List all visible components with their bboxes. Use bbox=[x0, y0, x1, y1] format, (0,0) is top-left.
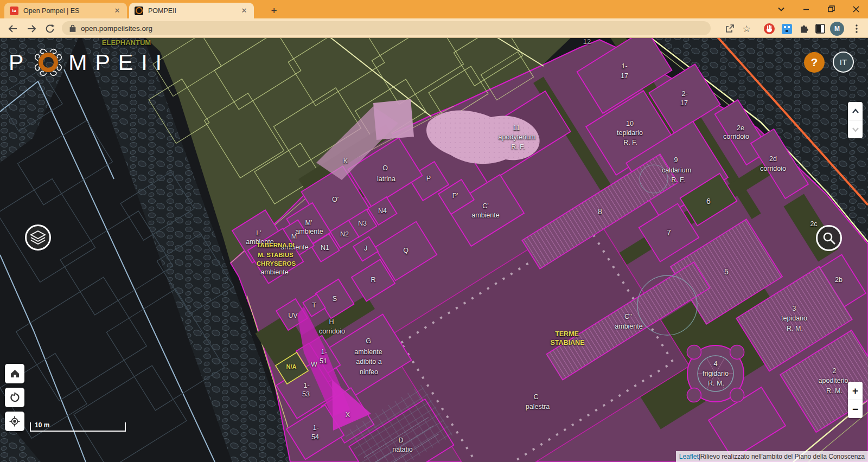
map-shape bbox=[730, 345, 744, 359]
search-button[interactable] bbox=[816, 225, 842, 251]
profile-avatar[interactable]: M bbox=[830, 22, 844, 36]
zoom-out-button[interactable]: − bbox=[848, 400, 863, 418]
layers-icon bbox=[30, 230, 46, 245]
attribution: Leaflet | Rilievo realizzato nell'ambito… bbox=[676, 451, 868, 462]
tab2-title: POMPEII bbox=[148, 7, 240, 15]
search-icon bbox=[822, 231, 836, 245]
floor-stepper bbox=[848, 102, 863, 138]
tab1-title: Open Pompei | ES bbox=[23, 7, 113, 15]
tab-search-icon[interactable] bbox=[769, 0, 793, 18]
browser-toolbar: open.pompeiisites.org ☆ M bbox=[0, 18, 868, 38]
tab-strip: tu Open Pompei | ES ✕ POMPEII ✕ + bbox=[0, 0, 868, 18]
lock-icon bbox=[69, 24, 76, 32]
map-canvas[interactable] bbox=[0, 0, 868, 462]
reload-button[interactable] bbox=[42, 21, 58, 36]
help-button[interactable]: ? bbox=[804, 52, 825, 73]
tab2-close-icon[interactable]: ✕ bbox=[240, 7, 248, 15]
locate-icon bbox=[9, 416, 20, 427]
reset-view-button[interactable] bbox=[5, 388, 24, 407]
chevron-up-icon bbox=[851, 108, 860, 114]
forward-button[interactable] bbox=[24, 21, 39, 36]
attribution-text: Rilievo realizzato nell'ambito del Piano… bbox=[700, 453, 865, 460]
map-shape bbox=[730, 388, 744, 402]
blue-extension-icon[interactable] bbox=[780, 22, 794, 36]
address-bar[interactable]: open.pompeiisites.org bbox=[62, 21, 711, 35]
language-label: IT bbox=[840, 57, 847, 67]
leaflet-link[interactable]: Leaflet bbox=[679, 453, 699, 460]
floor-up-button[interactable] bbox=[848, 102, 863, 120]
back-button[interactable] bbox=[5, 21, 21, 36]
restore-button[interactable] bbox=[819, 0, 843, 18]
map-shape bbox=[687, 345, 701, 359]
floor-down-button[interactable] bbox=[848, 120, 863, 138]
tab1-close-icon[interactable]: ✕ bbox=[113, 7, 122, 15]
new-tab-button[interactable]: + bbox=[267, 4, 281, 18]
map-shape bbox=[687, 388, 701, 402]
locate-button[interactable] bbox=[5, 412, 24, 431]
undo-icon bbox=[9, 392, 20, 403]
chevron-down-icon bbox=[851, 126, 860, 133]
close-window-button[interactable] bbox=[844, 0, 868, 18]
tab1-favicon-icon: tu bbox=[10, 7, 18, 15]
browser-window: { "browser": { "tabs": [ {"title": "Open… bbox=[0, 0, 868, 462]
adblock-extension-icon[interactable] bbox=[762, 22, 776, 36]
tab-pompeii-active[interactable]: POMPEII ✕ bbox=[129, 3, 254, 18]
home-icon bbox=[10, 369, 20, 378]
minimize-button[interactable] bbox=[794, 0, 818, 18]
home-button[interactable] bbox=[5, 364, 24, 383]
help-label: ? bbox=[811, 56, 818, 69]
bookmark-star-icon[interactable]: ☆ bbox=[739, 22, 754, 36]
zoom-control: + − bbox=[848, 382, 863, 418]
browser-menu-icon[interactable] bbox=[850, 22, 864, 36]
layers-button[interactable] bbox=[25, 224, 51, 251]
zoom-out-label: − bbox=[852, 403, 858, 415]
share-icon[interactable] bbox=[723, 22, 737, 36]
url-text: open.pompeiisites.org bbox=[81, 24, 152, 33]
extensions-puzzle-icon[interactable] bbox=[797, 22, 811, 36]
zoom-in-button[interactable]: + bbox=[848, 382, 863, 400]
tab-open-pompei[interactable]: tu Open Pompei | ES ✕ bbox=[4, 3, 127, 18]
language-button[interactable]: IT bbox=[833, 52, 854, 73]
reader-mode-icon[interactable] bbox=[813, 22, 827, 36]
zoom-in-label: + bbox=[852, 385, 858, 397]
tab2-favicon-icon bbox=[135, 7, 143, 15]
